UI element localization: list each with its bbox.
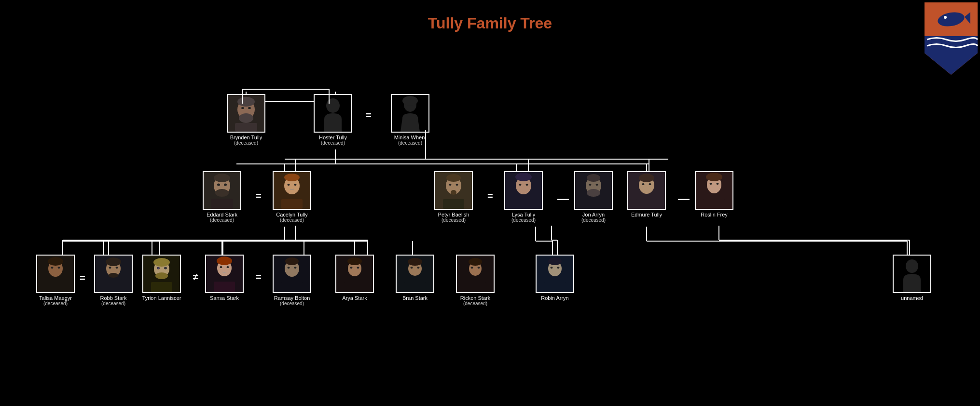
- svg-point-160: [551, 267, 553, 269]
- svg-point-84: [519, 184, 522, 186]
- name-lysa: Lysa Tully (deceased): [511, 212, 536, 223]
- name-robin: Robin Arryn: [541, 295, 568, 301]
- marriage-symbol-talisa-robb: =: [80, 272, 85, 284]
- svg-point-85: [526, 184, 528, 186]
- person-tyrion: Tyrion Lanniscer: [138, 255, 186, 301]
- svg-point-78: [456, 184, 458, 186]
- svg-rect-132: [214, 282, 235, 292]
- name-bran: Bran Stark: [402, 295, 428, 301]
- svg-point-115: [109, 267, 111, 269]
- svg-point-123: [164, 267, 167, 270]
- svg-point-76: [446, 174, 461, 182]
- svg-rect-144: [344, 282, 365, 292]
- portrait-ramsay: [273, 255, 311, 293]
- portrait-lysa: [504, 171, 543, 210]
- portrait-rickon: [456, 255, 495, 293]
- name-talisa: Talisa Maegyr (deceased): [39, 295, 72, 306]
- portrait-jon-arryn: [574, 171, 613, 210]
- svg-point-147: [408, 258, 422, 266]
- svg-point-32: [241, 107, 244, 109]
- portrait-sansa: [205, 255, 244, 293]
- person-arya: Arya Stark: [331, 255, 379, 301]
- svg-point-30: [237, 97, 255, 107]
- portrait-edmure: [627, 171, 666, 210]
- portrait-unnamed: [893, 255, 931, 293]
- svg-point-159: [548, 257, 562, 265]
- person-bran: Bran Stark: [391, 255, 439, 301]
- svg-point-137: [294, 267, 297, 269]
- svg-rect-63: [211, 199, 233, 209]
- svg-point-149: [417, 267, 420, 269]
- marriage-symbol-eddard-cacelyn: =: [256, 190, 262, 202]
- svg-point-36: [326, 98, 340, 113]
- svg-point-31: [239, 113, 253, 123]
- svg-rect-111: [45, 282, 66, 292]
- svg-rect-105: [704, 199, 725, 209]
- svg-point-125: [155, 272, 168, 279]
- svg-point-104: [717, 183, 719, 185]
- portrait-petyr: [434, 171, 473, 210]
- person-talisa: Talisa Maegyr (deceased): [31, 255, 80, 306]
- person-minisa: Minisa Whent (deceased): [386, 94, 434, 146]
- svg-point-2: [944, 16, 947, 19]
- svg-point-153: [469, 258, 482, 266]
- person-ramsay: Ramsay Bolton (deceased): [268, 255, 316, 306]
- name-jon-arryn: Jon Arryn (deceased): [581, 212, 606, 223]
- svg-point-66: [224, 184, 227, 186]
- portrait-arya: [335, 255, 374, 293]
- svg-point-155: [478, 267, 480, 269]
- svg-point-129: [217, 257, 232, 265]
- svg-point-143: [357, 267, 359, 269]
- svg-point-33: [248, 107, 251, 109]
- svg-point-71: [288, 184, 290, 186]
- connector-lines: [0, 0, 980, 406]
- svg-point-154: [471, 267, 473, 269]
- svg-point-65: [217, 184, 220, 186]
- svg-rect-93: [583, 199, 604, 209]
- svg-point-90: [587, 174, 600, 182]
- svg-point-117: [109, 273, 118, 278]
- svg-point-131: [227, 266, 229, 268]
- svg-point-92: [596, 184, 598, 186]
- svg-rect-156: [465, 282, 486, 292]
- person-sansa: Sansa Stark: [200, 255, 248, 301]
- person-robb: Robb Stark (deceased): [89, 255, 138, 306]
- marriage-symbol-sansa-ramsay: =: [256, 271, 262, 283]
- svg-point-103: [710, 183, 712, 185]
- svg-point-70: [284, 174, 300, 181]
- svg-rect-162: [544, 282, 566, 292]
- svg-rect-126: [151, 282, 172, 292]
- portrait-eddard: [203, 171, 241, 210]
- person-eddard: Eddard Stark (deceased): [198, 171, 246, 223]
- person-unnamed: unnamed: [888, 255, 936, 301]
- svg-rect-150: [404, 282, 426, 292]
- marriage-symbol-lysa-jon: —: [557, 192, 569, 205]
- svg-point-161: [557, 267, 560, 269]
- name-sansa: Sansa Stark: [210, 295, 239, 301]
- name-rickon: Rickon Stark (deceased): [460, 295, 490, 306]
- notmarried-symbol-tyrion-sansa: ≠: [193, 271, 198, 283]
- svg-point-64: [214, 174, 230, 182]
- person-roslin: Roslin Frey: [690, 171, 738, 217]
- svg-rect-138: [281, 282, 303, 292]
- tree-lines: [0, 0, 980, 406]
- name-tyrion: Tyrion Lanniscer: [142, 295, 181, 301]
- house-crest: [922, 0, 980, 77]
- svg-rect-99: [636, 199, 657, 209]
- svg-rect-118: [103, 282, 124, 292]
- name-ramsay: Ramsay Bolton (deceased): [274, 295, 310, 306]
- svg-point-79: [451, 190, 456, 195]
- svg-point-116: [116, 267, 118, 269]
- svg-point-136: [288, 267, 290, 269]
- name-roslin: Roslin Frey: [701, 212, 728, 217]
- portrait-brynden: [227, 94, 265, 133]
- svg-point-148: [411, 267, 413, 269]
- person-jon-arryn: Jon Arryn (deceased): [569, 171, 618, 223]
- marriage-symbol-edmure-roslin: —: [678, 192, 690, 205]
- portrait-minisa: [391, 94, 429, 133]
- svg-point-124: [158, 268, 159, 269]
- svg-rect-86: [513, 199, 534, 209]
- name-cacelyn: Cacelyn Tully (deceased): [276, 212, 307, 223]
- portrait-bran: [396, 255, 434, 293]
- svg-point-164: [906, 259, 918, 273]
